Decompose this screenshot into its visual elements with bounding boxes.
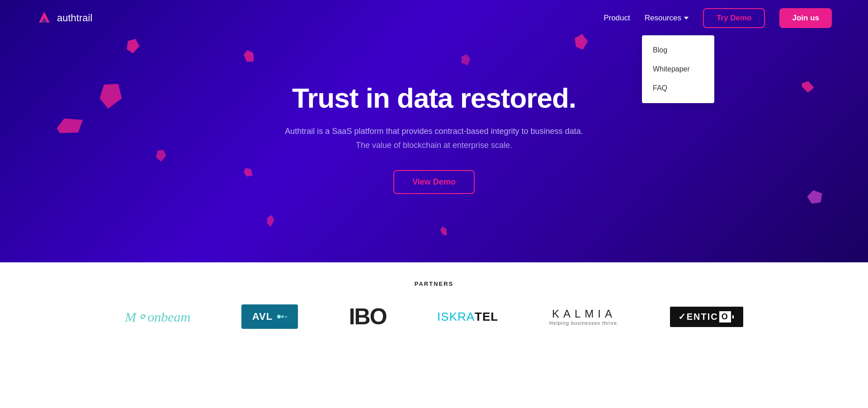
svg-marker-4 (94, 77, 127, 112)
hero-subtitle-2: The value of blockchain at enterprise sc… (285, 141, 583, 150)
resources-label: Resources (645, 14, 681, 23)
crystal-decoration-12 (806, 188, 825, 205)
resources-dropdown: Blog Whitepaper FAQ (642, 35, 714, 103)
iskratel-logo: ISKRATEL (437, 310, 498, 324)
crystal-decoration-2 (243, 49, 255, 64)
authtrail-logo-icon (36, 10, 52, 26)
nav-resources[interactable]: Resources (645, 14, 689, 23)
svg-marker-5 (55, 115, 85, 136)
partners-logos: M⚬onbeam AVL IBO ISKRATEL (99, 304, 769, 330)
avl-icon (277, 315, 287, 318)
svg-marker-8 (265, 214, 275, 227)
crystal-decoration-13 (461, 54, 471, 66)
svg-marker-0 (124, 37, 141, 55)
partners-label: PARTNERS (99, 280, 769, 287)
hero-content: Trust in data restored. Authtrail is a S… (285, 82, 583, 194)
ventico-logo: ✓ENTICO ▮ (670, 307, 743, 327)
logo-text: authtrail (57, 12, 92, 24)
crystal-decoration-9 (265, 214, 275, 227)
crystal-decoration-7 (154, 148, 168, 163)
hero-title: Trust in data restored. (285, 82, 583, 114)
join-us-button[interactable]: Join us (779, 8, 832, 28)
ibo-logo: IBO (349, 304, 387, 330)
crystal-decoration-5 (94, 77, 127, 112)
hero-subtitle-1: Authtrail is a SaaS platform that provid… (285, 127, 583, 136)
dropdown-item-whitepaper[interactable]: Whitepaper (642, 60, 714, 79)
partner-moonbeam[interactable]: M⚬onbeam (125, 309, 190, 325)
kalmia-logo: KALMIA Helping businesses thrive. (549, 308, 619, 326)
crystal-decoration-8 (242, 166, 255, 179)
crystal-decoration-11 (799, 79, 815, 94)
svg-marker-7 (242, 166, 255, 179)
svg-marker-11 (806, 188, 825, 205)
nav-product[interactable]: Product (604, 14, 630, 23)
try-demo-button[interactable]: Try Demo (703, 8, 765, 28)
svg-marker-6 (154, 148, 168, 163)
partner-avl[interactable]: AVL (241, 304, 298, 329)
dropdown-item-blog[interactable]: Blog (642, 41, 714, 60)
svg-marker-9 (439, 225, 449, 237)
moonbeam-logo: M⚬onbeam (125, 309, 190, 325)
avl-logo: AVL (241, 304, 298, 329)
nav-links: Product Resources Try Demo Join us Blog … (604, 8, 832, 28)
view-demo-button[interactable]: View Demo (393, 170, 475, 194)
crystal-decoration-10 (439, 225, 449, 237)
navbar: authtrail Product Resources Try Demo Joi… (0, 0, 868, 36)
svg-marker-1 (243, 49, 255, 64)
crystal-decoration-1 (124, 37, 141, 55)
svg-marker-12 (461, 54, 471, 66)
logo[interactable]: authtrail (36, 10, 92, 26)
svg-marker-10 (799, 79, 815, 94)
partner-ventico[interactable]: ✓ENTICO ▮ (670, 307, 743, 327)
crystal-decoration-6 (55, 115, 85, 136)
partner-ibo[interactable]: IBO (349, 304, 387, 330)
partner-iskratel[interactable]: ISKRATEL (437, 310, 498, 324)
dropdown-item-faq[interactable]: FAQ (642, 79, 714, 98)
partners-section: PARTNERS M⚬onbeam AVL IBO (72, 262, 796, 352)
partner-kalmia[interactable]: KALMIA Helping businesses thrive. (549, 308, 619, 326)
hero-section: Trust in data restored. Authtrail is a S… (0, 0, 868, 262)
chevron-down-icon (684, 17, 689, 19)
